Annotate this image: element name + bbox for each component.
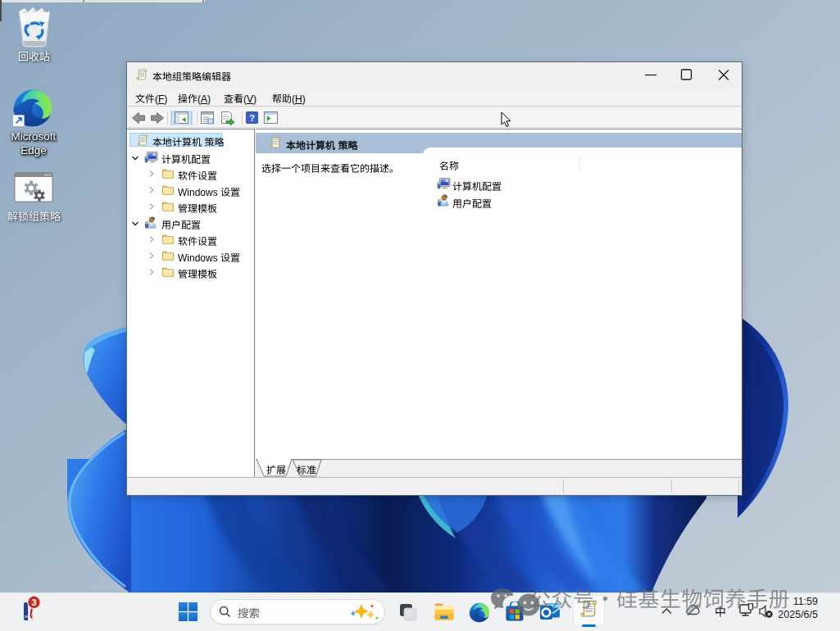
svg-text:3: 3 (31, 597, 36, 607)
svg-text:?: ? (249, 113, 255, 123)
